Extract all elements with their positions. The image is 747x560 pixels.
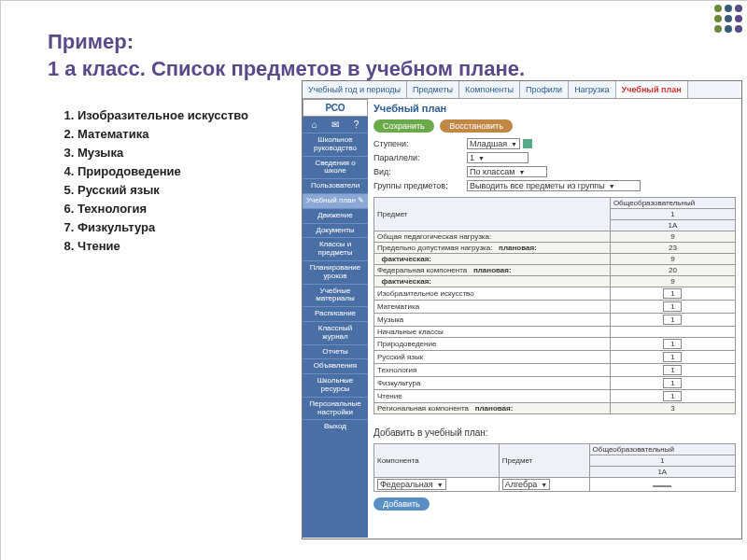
tab[interactable]: Профили — [520, 81, 569, 98]
sidebar-item[interactable]: Сведения о школе — [303, 156, 368, 179]
table-row: Федеральная▼ Алгебра▼ — [374, 478, 736, 492]
slide-title: Пример: 1 а класс. Список предметов в уч… — [48, 29, 525, 82]
col-class: 1А — [610, 220, 735, 231]
tab-bar: Учебный год и периодыПредметыКомпонентыП… — [303, 81, 741, 99]
sidebar-item[interactable]: Документы — [303, 223, 368, 238]
list-item: Русский язык — [78, 183, 248, 197]
tab[interactable]: Учебный год и периоды — [303, 81, 407, 98]
sidebar-item[interactable]: Школьное руководство — [303, 133, 368, 156]
hours-input[interactable]: 1 — [663, 315, 682, 325]
main-panel: Учебный план Сохранить Восстановить Ступ… — [368, 99, 741, 538]
table-row: Региональная компонента плановая: 3 — [374, 403, 736, 414]
level-label: Ступени: — [374, 139, 467, 148]
table-row: Технология1 — [374, 364, 736, 377]
kind-select[interactable]: По классам▼ — [467, 166, 547, 177]
tab[interactable]: Предметы — [407, 81, 459, 98]
table-row: Русский язык1 — [374, 351, 736, 364]
hours-input[interactable]: 1 — [663, 301, 682, 312]
save-button[interactable]: Сохранить — [374, 119, 434, 133]
subject-list: Изобразительное искусствоМатематикаМузык… — [57, 108, 248, 258]
list-item: Музыка — [78, 146, 248, 160]
subject-select[interactable]: Алгебра▼ — [502, 479, 550, 490]
hours-input[interactable]: 1 — [663, 365, 682, 375]
title-line-1: Пример: — [48, 29, 525, 56]
sidebar-item[interactable]: Объявления — [303, 358, 368, 373]
hours-input[interactable]: 1 — [663, 339, 682, 349]
list-item: Чтение — [78, 239, 248, 253]
sidebar-item[interactable]: Учебные материалы — [303, 284, 368, 307]
curriculum-table: Предмет Общеобразовательный 1 1А Общая п… — [374, 197, 736, 414]
tab[interactable]: Компоненты — [459, 81, 520, 98]
app-window: Учебный год и периодыПредметыКомпонентыП… — [302, 80, 742, 539]
list-item: Физкультура — [78, 220, 248, 234]
add-button[interactable]: Добавить — [374, 497, 430, 511]
groups-select[interactable]: Выводить все предметы из группы▼ — [467, 180, 641, 191]
home-icon[interactable]: ⌂ — [312, 119, 317, 130]
table-row: Общая педагогическая нагрузка:9 — [374, 231, 736, 243]
col-num: 1 — [610, 209, 735, 220]
restore-button[interactable]: Восстановить — [440, 119, 513, 133]
sidebar-item[interactable]: Пользователи — [303, 178, 368, 193]
kind-label: Вид: — [374, 167, 467, 176]
col-subject: Предмет — [374, 198, 611, 231]
table-row: Чтение1 — [374, 390, 736, 403]
table-row: Математика1 — [374, 301, 736, 314]
list-item: Технология — [78, 202, 248, 216]
sidebar-item[interactable]: Персональные настройки — [303, 397, 368, 420]
edit-icon[interactable] — [523, 139, 532, 148]
sidebar-item[interactable]: Планирование уроков — [303, 260, 368, 284]
sidebar: РСО ⌂ ✉ ? Школьное руководствоСведения о… — [303, 99, 368, 538]
add-table: Компонента Предмет Общеобразовательный 1… — [374, 443, 736, 492]
sidebar-item[interactable]: Классный журнал — [303, 321, 368, 344]
sidebar-item[interactable]: Школьные ресурсы — [303, 373, 368, 397]
tab[interactable]: Учебный план — [616, 81, 688, 98]
table-row: Начальные классы — [374, 327, 736, 338]
sidebar-item[interactable]: Отчеты — [303, 344, 368, 359]
component-select[interactable]: Федеральная▼ — [377, 479, 446, 490]
help-icon[interactable]: ? — [354, 119, 359, 130]
add-title: Добавить в учебный план: — [374, 427, 736, 438]
groups-label: Группы предметов: — [374, 181, 467, 190]
table-row: Музыка1 — [374, 314, 736, 327]
mail-icon[interactable]: ✉ — [331, 119, 339, 130]
hours-input[interactable]: 1 — [663, 352, 682, 362]
sidebar-icons: ⌂ ✉ ? — [303, 117, 368, 133]
table-row: фактическая:9 — [374, 276, 736, 287]
title-line-2: 1 а класс. Список предметов в учебном пл… — [48, 56, 525, 83]
level-select[interactable]: Младшая▼ — [467, 138, 520, 149]
slide-decoration-dots — [714, 5, 742, 33]
section-title: Учебный план — [374, 103, 736, 114]
table-row: Предельно допустимая нагрузка: плановая:… — [374, 243, 736, 254]
list-item: Математика — [78, 127, 248, 141]
list-item: Изобразительное искусство — [78, 108, 248, 122]
tab[interactable]: Нагрузка — [569, 81, 615, 98]
col-group: Общеобразовательный — [610, 198, 735, 209]
hours-input[interactable]: 1 — [663, 288, 682, 299]
parallel-label: Параллели: — [374, 153, 467, 162]
sidebar-item[interactable]: Учебный план ✎ — [303, 193, 368, 208]
add-section: Добавить в учебный план: Компонента Пред… — [374, 427, 736, 511]
table-row: Природоведение1 — [374, 338, 736, 351]
sidebar-item[interactable]: Классы и предметы — [303, 237, 368, 260]
parallel-select[interactable]: 1▼ — [467, 152, 529, 163]
sidebar-item[interactable]: Расписание — [303, 306, 368, 321]
hours-input[interactable] — [653, 485, 671, 487]
table-row: фактическая:9 — [374, 254, 736, 265]
hours-input[interactable]: 1 — [663, 391, 682, 401]
logo: РСО — [303, 99, 368, 117]
sidebar-item[interactable]: Движение — [303, 208, 368, 223]
table-row: Физкультура1 — [374, 377, 736, 390]
sidebar-item[interactable]: Выход — [303, 419, 368, 434]
list-item: Природоведение — [78, 164, 248, 178]
table-row: Изобразительное искусство1 — [374, 287, 736, 301]
table-row: Федеральная компонента плановая:20 — [374, 265, 736, 276]
hours-input[interactable]: 1 — [663, 378, 682, 388]
